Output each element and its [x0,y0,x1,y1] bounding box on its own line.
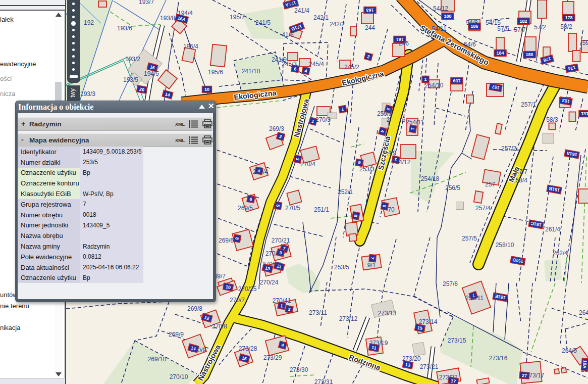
svg-text:273/30: 273/30 [290,366,308,373]
svg-text:159: 159 [453,78,460,83]
svg-text:255/1: 255/1 [377,110,392,117]
svg-text:273/19: 273/19 [369,340,388,347]
svg-text:241/5: 241/5 [255,19,271,26]
svg-text:270/22: 270/22 [265,250,284,257]
svg-text:273/13: 273/13 [378,310,397,317]
svg-text:184: 184 [496,51,504,56]
svg-text:193/5: 193/5 [123,76,138,83]
svg-text:193/3: 193/3 [80,90,95,98]
svg-text:273/31: 273/31 [314,378,333,384]
svg-text:57/7: 57/7 [514,26,526,33]
svg-text:57/5: 57/5 [497,25,509,32]
svg-text:57/2: 57/2 [534,24,546,31]
svg-text:1: 1 [424,77,426,82]
svg-text:54/8: 54/8 [466,19,478,26]
svg-text:273/12: 273/12 [339,315,358,322]
svg-text:6: 6 [402,116,406,123]
svg-text:269/8: 269/8 [187,305,202,312]
svg-text:15: 15 [417,325,423,331]
svg-text:270/10: 270/10 [170,373,188,380]
svg-text:257/1: 257/1 [521,101,536,108]
svg-text:41/6: 41/6 [282,31,294,38]
svg-text:257: 257 [485,181,495,188]
svg-text:270/8: 270/8 [212,323,227,330]
svg-text:193/7: 193/7 [139,0,154,6]
svg-text:273/28: 273/28 [239,345,257,352]
svg-text:58/2: 58/2 [560,23,572,30]
svg-text:273/17: 273/17 [526,372,545,379]
svg-text:269/4: 269/4 [253,168,268,175]
svg-text:252/1: 252/1 [338,188,353,196]
svg-text:178: 178 [565,15,572,20]
svg-text:195/6: 195/6 [208,69,223,76]
svg-text:245/4: 245/4 [309,61,324,68]
svg-text:59/: 59/ [582,39,588,46]
svg-text:241/10: 241/10 [242,68,260,75]
svg-text:195/7: 195/7 [230,14,245,21]
svg-text:194/5: 194/5 [144,70,159,77]
svg-text:273/21: 273/21 [420,363,439,370]
svg-text:270/24: 270/24 [260,279,279,286]
svg-text:253/3: 253/3 [359,166,375,173]
svg-text:182: 182 [519,19,527,24]
svg-text:10: 10 [225,284,231,291]
svg-text:193/6: 193/6 [117,25,132,32]
svg-text:251/1: 251/1 [314,206,329,213]
svg-text:273/16: 273/16 [489,355,508,362]
svg-text:261/4: 261/4 [545,226,560,233]
svg-text:269/3: 269/3 [269,125,284,132]
svg-text:262/4: 262/4 [553,250,568,257]
svg-text:13: 13 [405,362,411,368]
svg-text:192: 192 [84,19,94,26]
svg-text:258/10: 258/10 [496,242,514,249]
svg-text:242/1: 242/1 [313,14,329,21]
svg-text:270/25: 270/25 [238,285,257,293]
svg-text:270/7: 270/7 [230,297,245,304]
svg-text:269/10: 269/10 [148,356,167,363]
svg-text:270/21: 270/21 [272,237,290,244]
svg-text:273/11: 273/11 [309,309,327,316]
svg-text:258/11: 258/11 [465,295,484,302]
svg-text:269/9: 269/9 [169,331,184,338]
svg-text:264/5: 264/5 [562,347,577,354]
svg-text:180: 180 [525,52,533,57]
svg-text:270/4: 270/4 [300,161,315,168]
svg-text:20: 20 [139,87,145,93]
svg-text:58/3: 58/3 [546,116,558,123]
svg-text:254/10: 254/10 [425,82,444,89]
svg-text:195/4: 195/4 [183,43,198,50]
svg-text:273/14: 273/14 [419,318,438,325]
svg-text:163: 163 [366,8,373,13]
svg-text:242/2: 242/2 [330,21,345,28]
svg-text:270/23: 270/23 [262,261,281,268]
svg-text:257/5: 257/5 [462,235,477,242]
svg-text:257/2: 257/2 [501,145,516,152]
svg-text:9/1: 9/1 [367,262,376,269]
svg-text:2: 2 [387,116,390,123]
svg-text:257/4: 257/4 [475,205,491,212]
svg-text:254/12: 254/12 [392,159,411,166]
svg-text:269/6: 269/6 [219,237,234,244]
svg-text:244: 244 [365,24,375,31]
svg-text:270/9: 270/9 [191,347,206,354]
svg-text:245/2: 245/2 [344,64,359,71]
svg-text:254/11: 254/11 [406,119,424,126]
svg-text:70: 70 [388,206,395,213]
svg-text:256/5: 256/5 [445,184,460,191]
svg-text:253/5: 253/5 [334,264,349,271]
svg-text:193/2: 193/2 [125,56,140,63]
svg-text:246: 246 [399,40,409,47]
svg-text:273/29: 273/29 [263,354,282,361]
svg-text:151: 151 [581,111,588,116]
svg-text:21: 21 [581,366,588,373]
svg-text:7: 7 [370,257,375,260]
svg-text:54/12: 54/12 [433,5,448,12]
svg-text:245/3: 245/3 [282,61,297,68]
svg-text:257/6: 257/6 [443,280,458,287]
svg-text:241/4: 241/4 [294,7,309,14]
svg-text:194/4: 194/4 [178,10,193,17]
svg-text:270/41: 270/41 [273,297,291,304]
svg-text:10: 10 [204,87,209,92]
svg-text:273/22: 273/22 [439,374,458,381]
svg-text:188: 188 [444,14,451,19]
